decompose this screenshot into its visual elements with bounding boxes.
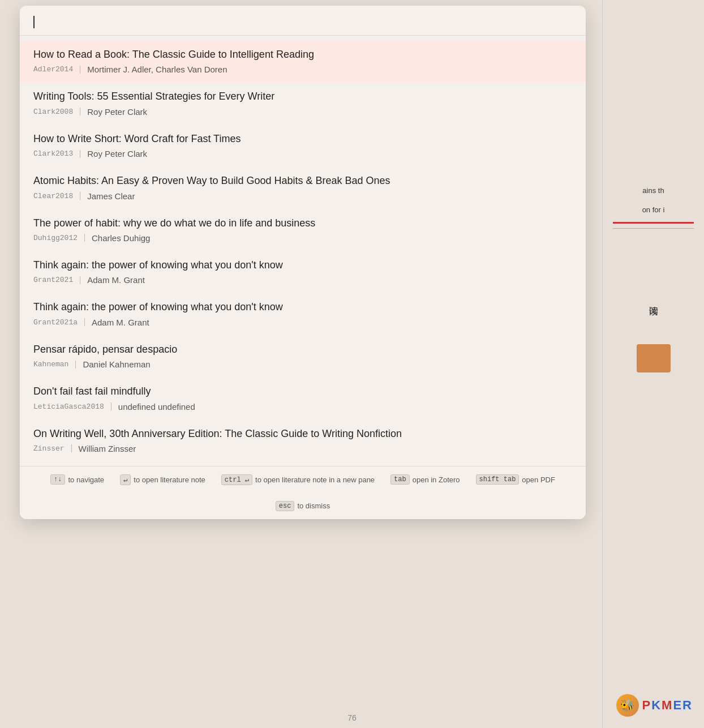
list-item[interactable]: Atomic Habits: An Easy & Proven Way to B… bbox=[20, 166, 586, 208]
right-snippet-1: ains th bbox=[638, 181, 668, 200]
result-meta: KahnemanDaniel Kahneman bbox=[33, 359, 572, 369]
result-title: Think again: the power of knowing what y… bbox=[33, 301, 572, 314]
shift-tab-label: open PDF bbox=[522, 476, 555, 484]
result-separator bbox=[75, 361, 76, 369]
result-key: Clear2018 bbox=[33, 192, 73, 200]
shift-tab-kbd: shift tab bbox=[476, 474, 520, 485]
page-number: 76 bbox=[347, 713, 357, 722]
tab-kbd: tab bbox=[390, 474, 410, 485]
nav-label: to navigate bbox=[68, 476, 104, 484]
right-orange-box bbox=[637, 344, 671, 372]
list-item[interactable]: Think again: the power of knowing what y… bbox=[20, 293, 586, 335]
footer-ctrl-enter: ctrl ↵ to open literature note in a new … bbox=[221, 474, 375, 485]
right-snippet-2: on for i bbox=[638, 200, 669, 220]
result-meta: Clark2013Roy Peter Clark bbox=[33, 149, 572, 159]
result-separator bbox=[80, 192, 80, 200]
pkmer-text: PKMER bbox=[642, 698, 693, 713]
footer-esc: esc to dismiss bbox=[276, 501, 330, 511]
right-divider bbox=[613, 228, 694, 229]
list-item[interactable]: How to Read a Book: The Classic Guide to… bbox=[20, 40, 586, 82]
results-list: How to Read a Book: The Classic Guide to… bbox=[20, 36, 586, 466]
search-area[interactable] bbox=[20, 6, 586, 36]
result-author: William Zinsser bbox=[79, 444, 136, 453]
esc-label: to dismiss bbox=[297, 502, 330, 510]
result-key: Grant2021 bbox=[33, 276, 73, 284]
result-author: undefined undefined bbox=[118, 402, 195, 412]
result-meta: LeticiaGasca2018undefined undefined bbox=[33, 402, 572, 412]
result-title: Atomic Habits: An Easy & Proven Way to B… bbox=[33, 174, 572, 187]
result-key: Duhigg2012 bbox=[33, 234, 78, 242]
result-author: Charles Duhigg bbox=[92, 233, 150, 243]
result-key: Zinsser bbox=[33, 444, 65, 453]
result-separator bbox=[80, 66, 80, 74]
list-item[interactable]: How to Write Short: Word Craft for Fast … bbox=[20, 125, 586, 166]
result-separator bbox=[111, 402, 111, 410]
nav-arrows-kbd: ↑↓ bbox=[50, 474, 65, 485]
right-panel: ains th on for i 阅读 bbox=[602, 0, 704, 728]
list-item[interactable]: Pensar rápido, pensar despacioKahnemanDa… bbox=[20, 335, 586, 377]
result-meta: Duhigg2012Charles Duhigg bbox=[33, 233, 572, 243]
enter-kbd: ↵ bbox=[120, 474, 131, 485]
modal-container: How to Read a Book: The Classic Guide to… bbox=[20, 6, 586, 519]
result-separator bbox=[84, 318, 85, 326]
result-title: Think again: the power of knowing what y… bbox=[33, 259, 572, 272]
result-separator bbox=[80, 108, 80, 115]
result-title: Pensar rápido, pensar despacio bbox=[33, 343, 572, 356]
result-key: Kahneman bbox=[33, 360, 68, 369]
result-author: Mortimer J. Adler, Charles Van Doren bbox=[87, 65, 227, 74]
result-author: Daniel Kahneman bbox=[83, 359, 150, 369]
result-author: James Clear bbox=[87, 191, 135, 201]
footer-tab: tab open in Zotero bbox=[390, 474, 460, 485]
list-item[interactable]: Writing Tools: 55 Essential Strategies f… bbox=[20, 82, 586, 124]
result-separator bbox=[80, 150, 80, 158]
result-title: The power of habit: why we do what we do… bbox=[33, 217, 572, 230]
result-title: How to Read a Book: The Classic Guide to… bbox=[33, 48, 572, 61]
result-meta: Adler2014Mortimer J. Adler, Charles Van … bbox=[33, 65, 572, 74]
enter-label: to open literature note bbox=[134, 476, 205, 484]
esc-kbd: esc bbox=[276, 501, 295, 511]
result-title: Writing Tools: 55 Essential Strategies f… bbox=[33, 90, 572, 103]
result-author: Adam M. Grant bbox=[87, 275, 145, 285]
ctrl-enter-kbd: ctrl ↵ bbox=[221, 474, 252, 485]
result-author: Roy Peter Clark bbox=[87, 149, 147, 159]
list-item[interactable]: Think again: the power of knowing what y… bbox=[20, 251, 586, 293]
list-item[interactable]: Don't fail fast fail mindfullyLeticiaGas… bbox=[20, 377, 586, 419]
footer-bar: ↑↓ to navigate ↵ to open literature note… bbox=[20, 466, 586, 519]
result-key: Grant2021a bbox=[33, 318, 78, 327]
list-item[interactable]: The power of habit: why we do what we do… bbox=[20, 209, 586, 251]
result-meta: Clark2008Roy Peter Clark bbox=[33, 107, 572, 117]
result-key: Clark2008 bbox=[33, 108, 73, 116]
result-author: Adam M. Grant bbox=[92, 318, 149, 327]
result-title: How to Write Short: Word Craft for Fast … bbox=[33, 132, 572, 145]
result-title: Don't fail fast fail mindfully bbox=[33, 385, 572, 398]
right-red-bar bbox=[613, 222, 694, 224]
result-title: On Writing Well, 30th Anniversary Editio… bbox=[33, 427, 572, 440]
result-separator bbox=[71, 444, 72, 452]
result-meta: ZinsserWilliam Zinsser bbox=[33, 444, 572, 453]
list-item[interactable]: On Writing Well, 30th Anniversary Editio… bbox=[20, 419, 586, 461]
result-meta: Clear2018James Clear bbox=[33, 191, 572, 201]
modal-overlay: How to Read a Book: The Classic Guide to… bbox=[0, 0, 606, 728]
footer-enter: ↵ to open literature note bbox=[120, 474, 205, 485]
result-key: LeticiaGasca2018 bbox=[33, 402, 104, 411]
result-separator bbox=[84, 234, 85, 242]
footer-nav: ↑↓ to navigate bbox=[50, 474, 104, 485]
result-meta: Grant2021Adam M. Grant bbox=[33, 275, 572, 285]
ctrl-enter-label: to open literature note in a new pane bbox=[255, 476, 375, 484]
tab-label: open in Zotero bbox=[413, 476, 460, 484]
result-author: Roy Peter Clark bbox=[87, 107, 147, 117]
footer-shift-tab: shift tab open PDF bbox=[476, 474, 555, 485]
pkmer-logo: 🐝 PKMER bbox=[616, 694, 693, 717]
result-key: Clark2013 bbox=[33, 149, 73, 158]
pkmer-bee-icon: 🐝 bbox=[616, 694, 639, 717]
search-cursor bbox=[33, 16, 35, 28]
result-key: Adler2014 bbox=[33, 65, 73, 74]
result-separator bbox=[80, 276, 80, 284]
result-meta: Grant2021aAdam M. Grant bbox=[33, 318, 572, 327]
